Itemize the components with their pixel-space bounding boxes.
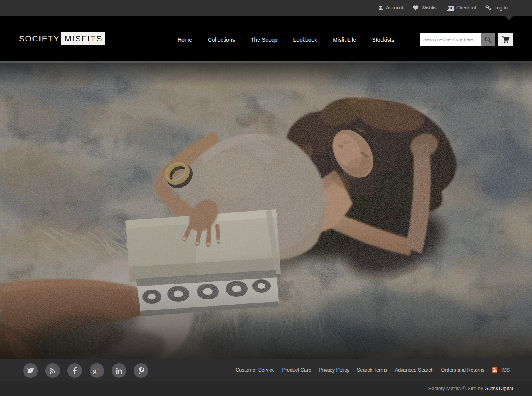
svg-text:g: g: [93, 367, 97, 374]
svg-text:+: +: [97, 367, 99, 371]
